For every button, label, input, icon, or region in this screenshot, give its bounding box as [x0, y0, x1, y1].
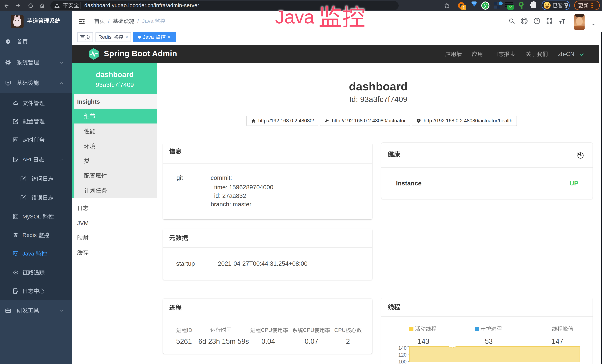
- svg-text:120: 120: [398, 352, 407, 358]
- svg-text:100: 100: [398, 359, 407, 364]
- svg-text:140: 140: [398, 346, 407, 351]
- svg-text:?: ?: [536, 19, 538, 23]
